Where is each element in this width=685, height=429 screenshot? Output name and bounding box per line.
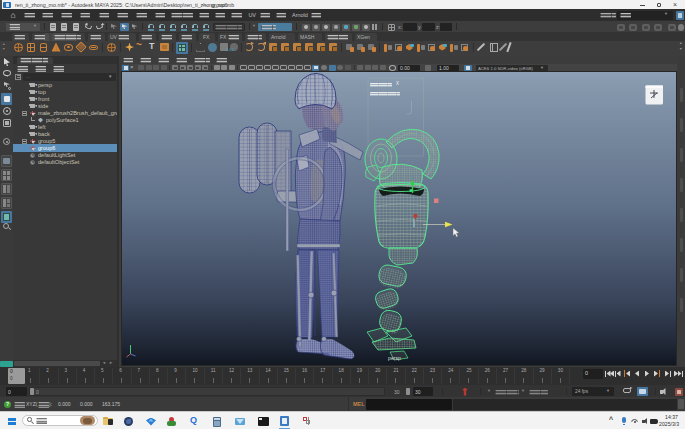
svg-text:persp: persp [388, 355, 401, 361]
